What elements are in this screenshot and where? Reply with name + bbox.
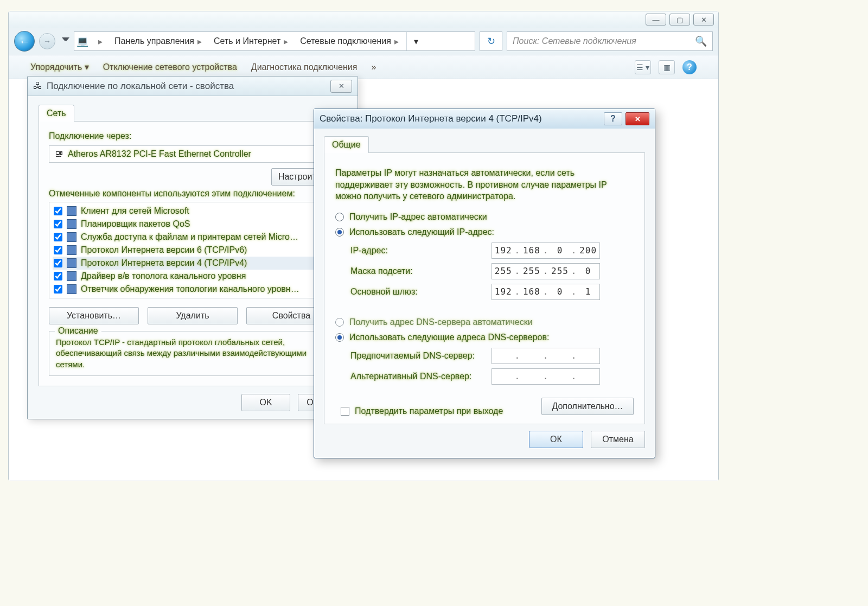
ip-octet: 1 — [578, 286, 598, 297]
ok-button[interactable]: OK — [241, 394, 290, 411]
search-input[interactable]: Поиск: Сетевые подключения 🔍 — [507, 31, 713, 51]
view-options-button[interactable]: ☰ ▾ — [635, 60, 651, 74]
tab-general[interactable]: Общие — [324, 136, 369, 153]
ip-octet: 168 — [522, 286, 541, 297]
components-list: Клиент для сетей Microsoft Планировщик п… — [49, 202, 336, 298]
list-item[interactable]: Планировщик пакетов QoS — [53, 218, 333, 231]
preview-pane-button[interactable]: ▥ — [659, 60, 675, 74]
address-bar[interactable]: 💻 Панель управления Сеть и Интернет Сете… — [74, 31, 475, 51]
component-label: Служба доступа к файлам и принтерам сете… — [81, 232, 298, 242]
breadcrumb-item[interactable]: Панель управления — [110, 32, 209, 50]
dialog-footer: ОК Отмена — [314, 424, 655, 458]
ip-octet: 255 — [494, 266, 513, 276]
manual-ip-option[interactable]: Использовать следующий IP-адрес: — [335, 227, 634, 237]
ok-button[interactable]: ОК — [529, 431, 583, 448]
connect-using-label: Подключение через: — [49, 131, 336, 141]
tab-network[interactable]: Сеть — [39, 105, 74, 122]
ip-octet: 0 — [550, 286, 570, 297]
checkbox-icon — [341, 407, 349, 416]
explorer-titlebar: — ▢ ✕ — [9, 11, 718, 28]
manual-dns-label: Использовать следующие адреса DNS-сервер… — [349, 333, 549, 342]
auto-ip-option[interactable]: Получить IP-адрес автоматически — [335, 212, 634, 222]
adapter-field: 🖳 Atheros AR8132 PCI-E Fast Ethernet Con… — [49, 145, 336, 163]
network-tab-panel: Подключение через: 🖳 Atheros AR8132 PCI-… — [39, 121, 347, 386]
advanced-button[interactable]: Дополнительно… — [541, 398, 634, 415]
component-checkbox[interactable] — [54, 259, 62, 267]
network-conn-icon: 💻 — [74, 35, 91, 47]
component-icon — [67, 219, 76, 229]
component-checkbox[interactable] — [54, 285, 62, 294]
list-item[interactable]: Ответчик обнаружения топологии канальног… — [53, 283, 333, 296]
component-icon — [67, 206, 76, 216]
alt-dns-input[interactable]: . . . — [492, 368, 600, 385]
description-legend: Описание — [55, 326, 101, 336]
breadcrumb-item[interactable]: Сетевые подключения — [296, 32, 406, 50]
help-icon[interactable]: ? — [682, 60, 697, 74]
close-button[interactable]: ✕ — [626, 112, 649, 125]
manual-dns-option[interactable]: Использовать следующие адреса DNS-сервер… — [335, 333, 634, 342]
remove-button[interactable]: Удалить — [148, 307, 238, 324]
preferred-dns-input[interactable]: . . . — [492, 348, 600, 364]
toolbar-more[interactable]: » — [371, 62, 376, 72]
component-icon — [67, 258, 76, 268]
subnet-mask-input[interactable]: 255. 255. 255. 0 — [492, 263, 600, 279]
component-checkbox[interactable] — [54, 272, 62, 280]
dialog-titlebar: Свойства: Протокол Интернета версии 4 (T… — [314, 109, 655, 129]
list-item[interactable]: Протокол Интернета версии 4 (TCP/IPv4) — [53, 257, 333, 270]
auto-dns-label: Получить адрес DNS-сервера автоматически — [349, 317, 533, 327]
component-label: Протокол Интернета версии 4 (TCP/IPv4) — [81, 258, 247, 268]
diagnose-button[interactable]: Диагностика подключения — [251, 62, 358, 72]
forward-button[interactable]: → — [39, 33, 55, 49]
validate-checkbox-row[interactable]: Подтвердить параметры при выходе — [341, 406, 503, 416]
ip-octet: 0 — [578, 266, 598, 276]
back-button[interactable]: ← — [14, 31, 35, 52]
description-group: Описание Протокол TCP/IP - стандартный п… — [49, 331, 336, 376]
component-icon — [67, 271, 76, 281]
cancel-button[interactable]: Отмена — [591, 431, 645, 448]
ip-octet: 192 — [494, 286, 513, 297]
close-button[interactable]: ✕ — [693, 14, 714, 25]
refresh-button[interactable]: ↻ — [480, 31, 502, 51]
list-item[interactable]: Служба доступа к файлам и принтерам сете… — [53, 231, 333, 244]
maximize-button[interactable]: ▢ — [669, 14, 690, 25]
breadcrumb-root[interactable] — [91, 32, 110, 50]
component-icon — [67, 245, 76, 255]
general-tab-panel: Параметры IP могут назначаться автоматич… — [324, 152, 645, 424]
component-checkbox[interactable] — [54, 233, 62, 241]
ip-octet: 255 — [550, 266, 570, 276]
organize-menu[interactable]: Упорядочить ▾ — [30, 62, 89, 72]
ip-octet: 168 — [522, 245, 541, 256]
manual-ip-label: Использовать следующий IP-адрес: — [349, 227, 494, 237]
dialog-title: Свойства: Протокол Интернета версии 4 (T… — [320, 113, 542, 124]
install-button[interactable]: Установить… — [49, 307, 139, 324]
component-checkbox[interactable] — [54, 207, 62, 215]
dialog-titlebar: 🖧 Подключение по локальной сети - свойст… — [28, 76, 358, 96]
alt-dns-label: Альтернативный DNS-сервер: — [350, 372, 492, 381]
search-placeholder: Поиск: Сетевые подключения — [513, 36, 636, 46]
auto-ip-label: Получить IP-адрес автоматически — [349, 212, 487, 222]
list-item[interactable]: Клиент для сетей Microsoft — [53, 205, 333, 218]
subnet-mask-label: Маска подсети: — [350, 266, 492, 276]
gateway-input[interactable]: 192. 168. 0. 1 — [492, 284, 600, 300]
history-dropdown-icon[interactable] — [62, 37, 69, 45]
addr-dropdown-icon[interactable]: ▾ — [406, 32, 426, 50]
help-button[interactable]: ? — [604, 112, 622, 125]
component-label: Планировщик пакетов QoS — [81, 219, 190, 229]
component-icon — [67, 284, 76, 294]
ip-octet: 192 — [494, 245, 513, 256]
dialog-footer: OK Отмена — [28, 386, 358, 419]
auto-dns-option: Получить адрес DNS-сервера автоматически — [335, 317, 634, 327]
component-checkbox[interactable] — [54, 246, 62, 254]
intro-text: Параметры IP могут назначаться автоматич… — [335, 167, 634, 202]
list-item[interactable]: Протокол Интернета версии 6 (TCP/IPv6) — [53, 244, 333, 257]
component-checkbox[interactable] — [54, 220, 62, 228]
close-button[interactable]: ✕ — [330, 80, 352, 93]
minimize-button[interactable]: — — [646, 14, 666, 25]
component-label: Клиент для сетей Microsoft — [81, 206, 189, 216]
breadcrumb-item[interactable]: Сеть и Интернет — [209, 32, 296, 50]
component-label: Драйвер в/в тополога канального уровня — [81, 271, 246, 281]
dialog-title: Подключение по локальной сети - свойства — [47, 81, 234, 92]
disable-device-button[interactable]: Отключение сетевого устройства — [103, 62, 237, 72]
list-item[interactable]: Драйвер в/в тополога канального уровня — [53, 270, 333, 283]
ip-address-input[interactable]: 192. 168. 0. 200 — [492, 243, 600, 259]
